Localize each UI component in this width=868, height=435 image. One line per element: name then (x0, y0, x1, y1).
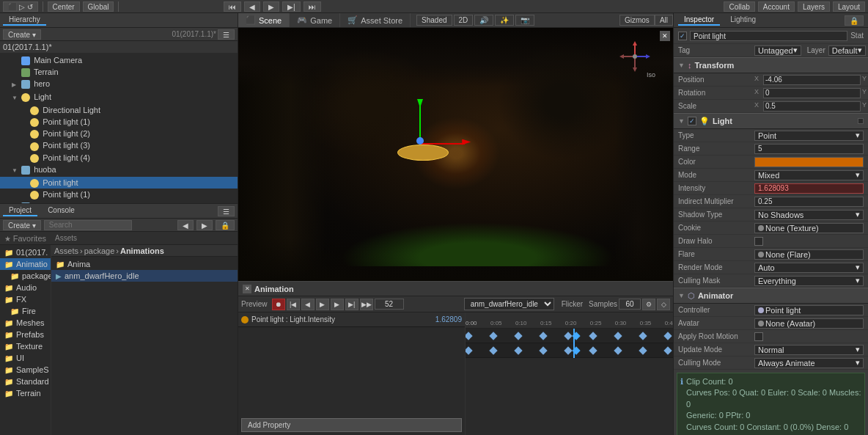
kf-15-2[interactable] (539, 346, 547, 354)
kf-35-1[interactable] (639, 332, 647, 340)
kf-30-1[interactable] (614, 332, 622, 340)
folder-terrain[interactable]: 📁 Terrain (0, 387, 51, 399)
effects-btn[interactable]: ✨ (495, 15, 514, 26)
project-tab[interactable]: Project (3, 205, 37, 216)
kf-30-2[interactable] (614, 346, 622, 354)
cookie-picker[interactable]: None (Texture) (754, 223, 864, 233)
light-expand[interactable]: ▼ (678, 117, 685, 125)
tree-point-light-1b[interactable]: Point light (1) (0, 189, 238, 200)
proj-nav-left[interactable]: ◀ (177, 220, 194, 230)
layer-dropdown[interactable]: Default ▾ (828, 45, 866, 56)
tree-point-light-2[interactable]: Point light (2) (0, 128, 238, 139)
h-options[interactable]: ☰ (218, 29, 235, 40)
shadow-type-dropdown[interactable]: No Shadows ▾ (754, 210, 864, 220)
folder-animatio[interactable]: 📁 Animatio (0, 258, 51, 270)
kf-22-2[interactable] (572, 346, 580, 354)
anim-settings-btn[interactable]: ⚙ (642, 299, 655, 310)
update-mode-dropdown[interactable]: Normal ▾ (754, 345, 864, 355)
object-active-checkbox[interactable] (678, 32, 687, 40)
frame-counter[interactable] (375, 299, 404, 310)
inspector-lock[interactable]: 🔒 (845, 15, 864, 26)
tree-terrain[interactable]: Terrain (0, 66, 238, 78)
scene-viewport[interactable]: Iso ✕ (238, 28, 673, 281)
position-x-input[interactable] (763, 75, 861, 85)
folder-anima[interactable]: 📁 Anima (51, 258, 238, 270)
anim-last-btn[interactable]: ▶| (345, 299, 358, 310)
kf-5-1[interactable] (489, 332, 497, 340)
inspector-tab[interactable]: Inspector (678, 15, 720, 26)
draw-halo-checkbox[interactable] (754, 237, 763, 246)
culling-mask-dropdown[interactable]: Everything ▾ (754, 276, 864, 286)
avatar-picker[interactable]: None (Avatar) (754, 318, 864, 329)
tree-main-camera[interactable]: Main Camera (0, 54, 238, 66)
light-range-input[interactable] (754, 144, 864, 154)
kf-40-2[interactable] (663, 346, 672, 354)
render-mode-dropdown[interactable]: Auto ▾ (754, 263, 864, 273)
kf-20-1[interactable] (564, 332, 572, 340)
light-type-dropdown[interactable]: Point ▾ (754, 131, 864, 141)
kf-35-2[interactable] (639, 346, 647, 354)
project-search-input[interactable] (44, 220, 132, 230)
tree-point-light-selected[interactable]: Point light (0, 177, 238, 189)
tree-huoba[interactable]: ▼ huoba (0, 164, 238, 177)
toolbar-icons[interactable]: ⬛ ▷ ↺ (3, 1, 38, 12)
create-btn[interactable]: Create ▾ (3, 29, 41, 40)
tree-directional-light[interactable]: Directional Light (0, 104, 238, 116)
iso-compass[interactable]: Iso (615, 37, 655, 77)
proj-nav-right[interactable]: ▶ (196, 220, 213, 230)
scale-x-input[interactable] (763, 101, 861, 112)
tree-point-light-4[interactable]: Point light (4) (0, 152, 238, 164)
mode-2d-btn[interactable]: 2D (454, 15, 474, 26)
kf-22-1[interactable] (572, 332, 580, 340)
layers-btn[interactable]: Layers (798, 1, 830, 12)
kf-40-1[interactable] (663, 332, 672, 340)
folder-fire[interactable]: 📁 Fire (0, 305, 51, 317)
global-btn[interactable]: Global (83, 1, 114, 12)
light-mode-dropdown[interactable]: Mixed ▾ (754, 170, 864, 180)
lighting-tab[interactable]: Lighting (724, 15, 762, 26)
kf-0-2[interactable] (466, 346, 473, 354)
apply-root-checkbox[interactable] (754, 332, 763, 341)
proj-create-btn[interactable]: Create ▾ (3, 220, 41, 230)
controller-picker[interactable]: Point light (754, 305, 864, 315)
folder-01[interactable]: 📁 01(2017. (0, 246, 51, 258)
kf-10-2[interactable] (514, 346, 522, 354)
kf-10-1[interactable] (514, 332, 522, 340)
rotation-x-input[interactable] (763, 88, 861, 98)
kf-0-1[interactable] (466, 332, 473, 340)
folder-ui[interactable]: 📁 UI (0, 352, 51, 364)
light-intensity-input[interactable] (754, 183, 864, 194)
anim-play-btn[interactable]: ▶ (316, 299, 329, 310)
culling-mode-dropdown[interactable]: Always Animate ▾ (754, 358, 864, 368)
kf-25-1[interactable] (589, 332, 597, 340)
layout-btn[interactable]: Layout (833, 1, 865, 12)
object-name-input[interactable]: Point light (690, 31, 847, 41)
tree-huanjing[interactable]: ▶ huanjing (0, 200, 238, 203)
light-color-picker[interactable] (754, 157, 864, 167)
scene-item[interactable]: 01(2017.1.1)* (0, 41, 238, 53)
kf-5-2[interactable] (489, 346, 497, 354)
all-btn[interactable]: All (655, 15, 673, 26)
prev-keyframe-btn[interactable]: ⏮ (224, 1, 241, 12)
file-anm-dwarf[interactable]: ▶ anm_dwarfHero_idle (51, 270, 238, 282)
kf-15-1[interactable] (539, 332, 547, 340)
scene-tab-game[interactable]: 🎮 Game (290, 13, 340, 27)
anim-next-btn[interactable]: ▶ (331, 299, 344, 310)
shader-dropdown[interactable]: Shaded (416, 15, 452, 26)
anim-prev-btn[interactable]: ◀ (301, 299, 315, 310)
scene-tab-asset-store[interactable]: 🛒 Asset Store (340, 13, 411, 27)
tree-point-light-3[interactable]: Point light (3) (0, 139, 238, 151)
indirect-mult-input[interactable] (754, 197, 864, 207)
anim-first-btn[interactable]: |◀ (287, 299, 300, 310)
folder-samples[interactable]: 📁 SampleS (0, 364, 51, 376)
tree-light[interactable]: ▼ Light (0, 91, 238, 104)
next-frame-btn[interactable]: ▶| (282, 1, 301, 12)
hierarchy-tab[interactable]: Hierarchy (3, 15, 46, 26)
center-btn[interactable]: Center (48, 1, 80, 12)
folder-fx[interactable]: 📁 FX (0, 293, 51, 305)
prev-frame-btn[interactable]: ◀ (244, 1, 260, 12)
add-property-btn[interactable]: Add Property (241, 418, 462, 432)
folder-texture[interactable]: 📁 Texture (0, 340, 51, 352)
folder-standard[interactable]: 📁 Standard (0, 376, 51, 387)
flare-picker[interactable]: None (Flare) (754, 249, 864, 260)
